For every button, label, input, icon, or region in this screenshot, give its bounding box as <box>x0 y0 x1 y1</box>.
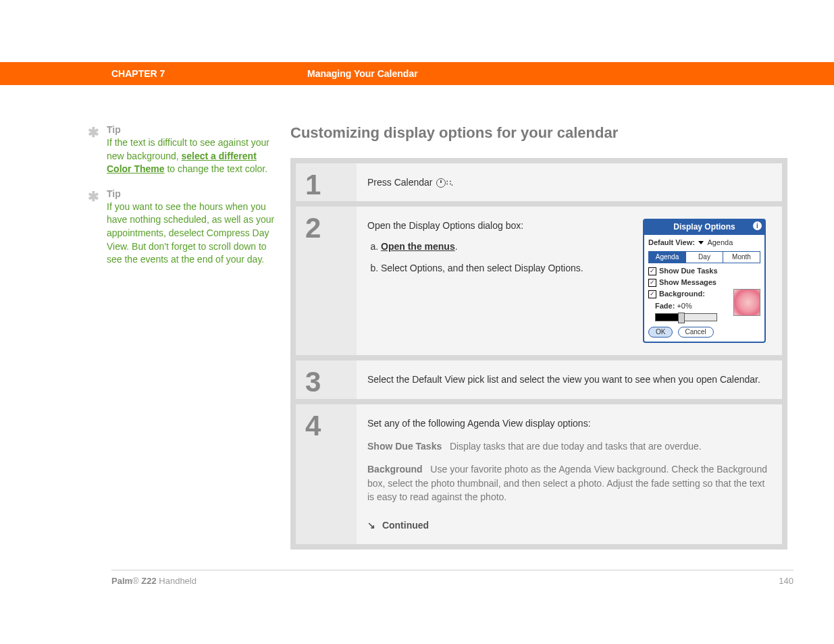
tab-agenda[interactable]: Agenda <box>649 252 686 263</box>
product-name: Palm® Z22 Handheld <box>111 576 197 586</box>
step-body: Set any of the following Agenda View dis… <box>357 404 782 545</box>
fade-row: Fade: +0% <box>655 301 729 312</box>
checkbox-icon: ✓ <box>648 267 656 275</box>
background-thumbnail[interactable] <box>733 289 760 316</box>
continued-arrow-icon: ↘ <box>367 518 375 532</box>
checkbox-icon: ✓ <box>648 290 656 298</box>
slider-thumb[interactable] <box>678 313 685 323</box>
dialog-title: Display Options i <box>644 220 764 234</box>
tab-month[interactable]: Month <box>723 252 760 263</box>
calendar-hardware-icon: ∷ <box>436 178 450 188</box>
fade-slider[interactable] <box>655 313 717 321</box>
checkbox-icon: ✓ <box>648 279 656 287</box>
option-background: Background Use your favorite photo as th… <box>367 462 771 504</box>
page-number: 140 <box>779 576 793 586</box>
step-number: 1 <box>296 163 357 201</box>
asterisk-icon: ✱ <box>88 126 107 176</box>
step-number: 3 <box>296 360 357 398</box>
check-show-due-tasks[interactable]: ✓ Show Due Tasks <box>648 266 760 277</box>
step-row: 2 Open the Display Options dialog box: O… <box>296 207 782 355</box>
tip-text: If the text is difficult to see against … <box>107 136 277 176</box>
view-tabs: Agenda Day Month <box>648 251 760 264</box>
content: Customizing display options for your cal… <box>290 124 834 549</box>
display-options-dialog: Display Options i Default View: Agenda <box>643 219 766 343</box>
check-background[interactable]: ✓ Background: <box>648 289 729 300</box>
sidebar: ✱ Tip If the text is difficult to see ag… <box>88 124 290 549</box>
step-body: Press Calendar ∷ . <box>357 163 782 201</box>
tip-block: ✱ Tip If the text is difficult to see ag… <box>88 124 277 176</box>
chevron-down-icon <box>698 241 704 244</box>
steps-container: 1 Press Calendar ∷ . 2 Open the Display … <box>290 158 787 549</box>
step-row: 1 Press Calendar ∷ . <box>296 163 782 201</box>
chapter-header-bar: CHAPTER 7 Managing Your Calendar <box>0 62 834 85</box>
substep-b: Select Options, and then select Display … <box>381 261 629 275</box>
tab-day[interactable]: Day <box>686 252 723 263</box>
asterisk-icon: ✱ <box>88 190 107 267</box>
tip-block: ✱ Tip If you want to see the hours when … <box>88 188 277 267</box>
step-row: 3 Select the Default View pick list and … <box>296 360 782 398</box>
tip-text: If you want to see the hours when you ha… <box>107 200 277 267</box>
info-icon[interactable]: i <box>753 221 762 230</box>
default-view-picklist[interactable]: Default View: Agenda <box>648 238 760 248</box>
cancel-button[interactable]: Cancel <box>678 327 714 338</box>
tip-label: Tip <box>107 188 277 199</box>
step-row: 4 Set any of the following Agenda View d… <box>296 404 782 545</box>
step-number: 4 <box>296 404 357 545</box>
step-body: Select the Default View pick list and se… <box>357 360 782 398</box>
step-figure: Display Options i Default View: Agenda <box>643 219 771 343</box>
step-number: 2 <box>296 207 357 355</box>
option-show-due-tasks: Show Due Tasks Display tasks that are du… <box>367 439 771 453</box>
tip-label: Tip <box>107 124 277 135</box>
step-body: Open the Display Options dialog box: Ope… <box>357 207 782 355</box>
page-heading: Customizing display options for your cal… <box>290 124 793 142</box>
substep-a: Open the menus. <box>381 240 629 253</box>
open-menus-link[interactable]: Open the menus <box>381 241 455 252</box>
check-show-messages[interactable]: ✓ Show Messages <box>648 277 760 288</box>
continued-indicator: ↘ Continued <box>367 518 771 532</box>
chapter-title: Managing Your Calendar <box>307 68 418 79</box>
chapter-label: CHAPTER 7 <box>111 68 307 79</box>
ok-button[interactable]: OK <box>648 327 673 338</box>
main-area: ✱ Tip If the text is difficult to see ag… <box>0 85 834 549</box>
page-footer: Palm® Z22 Handheld 140 <box>111 570 793 613</box>
